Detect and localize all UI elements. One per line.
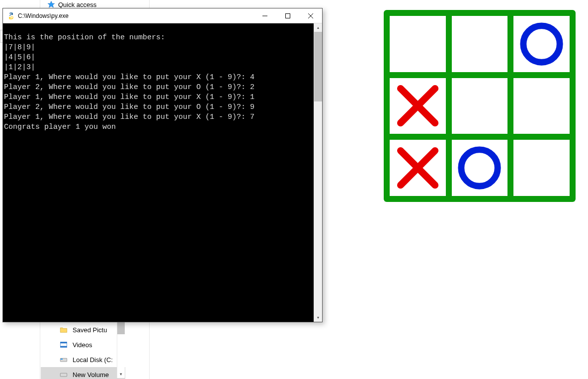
chevron-down-icon[interactable]: ▾	[117, 370, 125, 378]
console-scrollbar[interactable]: ▴ ▾	[314, 23, 322, 322]
svg-rect-2	[60, 342, 67, 344]
python-icon	[7, 12, 15, 20]
board-cell-6[interactable]	[513, 78, 570, 134]
svg-point-16	[461, 150, 498, 186]
svg-point-11	[523, 26, 560, 62]
sidebar-item-label: New Volume	[73, 371, 109, 379]
x-mark-icon	[393, 143, 442, 192]
x-mark-icon	[393, 81, 442, 130]
video-icon	[60, 341, 68, 349]
scroll-down-button[interactable]: ▾	[314, 313, 322, 322]
explorer-sidebar-list: Saved Pictu Videos Local Disk (C: New Vo…	[41, 322, 125, 379]
explorer-scrollbar[interactable]: ▾	[117, 322, 125, 378]
scrollbar-thumb[interactable]	[314, 32, 322, 101]
svg-marker-0	[48, 1, 54, 7]
close-button[interactable]	[299, 8, 322, 23]
window-title: C:\Windows\py.exe	[18, 12, 69, 19]
board-cell-3[interactable]	[513, 140, 570, 196]
minimize-button[interactable]	[253, 8, 276, 23]
svg-rect-8	[286, 13, 290, 18]
quick-access-label: Quick access	[58, 1, 96, 8]
disk-icon	[60, 371, 68, 379]
console-output: This is the position of the numbers: |7|…	[3, 31, 314, 314]
sidebar-item-label: Local Disk (C:	[73, 356, 113, 364]
board-cell-4[interactable]	[390, 78, 446, 134]
svg-rect-6	[60, 373, 67, 377]
board-cell-1[interactable]	[390, 140, 446, 196]
board-cell-7[interactable]	[390, 16, 446, 72]
board-cell-9[interactable]	[513, 16, 570, 72]
star-icon	[47, 0, 55, 8]
o-mark-icon	[455, 143, 504, 192]
sidebar-item-local-disk-c[interactable]: Local Disk (C:	[41, 352, 125, 367]
titlebar[interactable]: C:\Windows\py.exe	[3, 8, 322, 23]
svg-rect-3	[60, 346, 67, 348]
scroll-up-button[interactable]: ▴	[314, 23, 322, 32]
board-cell-2[interactable]	[452, 140, 508, 196]
sidebar-item-new-volume[interactable]: New Volume	[41, 367, 125, 379]
board-cell-8[interactable]	[452, 16, 508, 72]
disk-icon	[60, 356, 68, 364]
sidebar-item-videos[interactable]: Videos	[41, 337, 125, 352]
scrollbar-thumb[interactable]	[117, 322, 125, 334]
tictactoe-board	[384, 10, 576, 202]
board-cell-5[interactable]	[452, 78, 508, 134]
maximize-button[interactable]	[276, 8, 299, 23]
sidebar-item-saved-pictures[interactable]: Saved Pictu	[41, 322, 125, 337]
console-body: This is the position of the numbers: |7|…	[3, 23, 322, 322]
folder-icon	[60, 326, 68, 334]
sidebar-item-label: Saved Pictu	[73, 326, 107, 334]
console-window: C:\Windows\py.exe This is the position o…	[2, 8, 323, 322]
sidebar-item-label: Videos	[73, 341, 92, 349]
svg-rect-5	[61, 359, 63, 360]
o-mark-icon	[517, 19, 566, 69]
